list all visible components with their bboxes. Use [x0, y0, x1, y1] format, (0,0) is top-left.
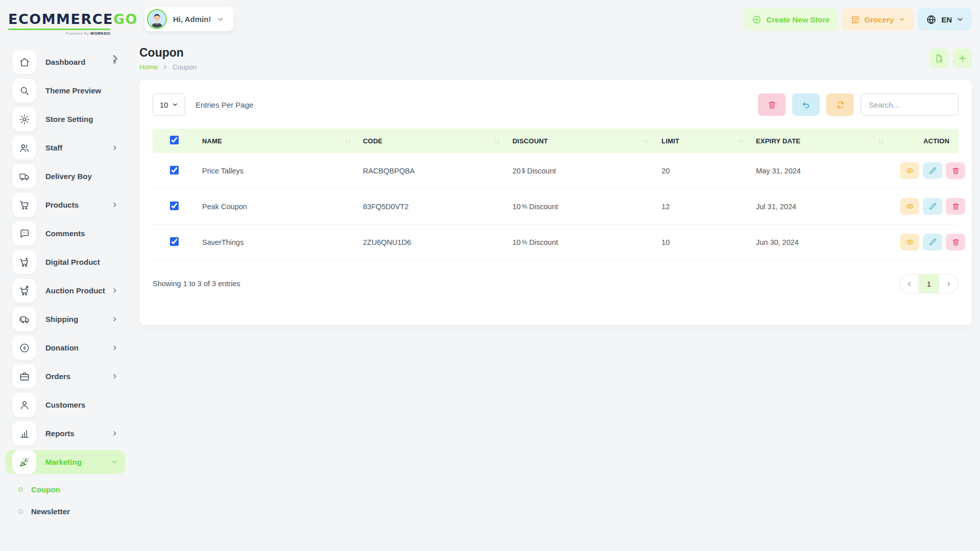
globe-icon: [926, 14, 937, 25]
chat-icon: [12, 221, 36, 245]
page-number-button[interactable]: 1: [919, 274, 939, 293]
pagination: 1: [899, 274, 959, 293]
undo-button[interactable]: [792, 93, 820, 116]
users-icon: [12, 136, 36, 160]
edit-button[interactable]: [923, 198, 942, 215]
party-icon: [12, 450, 36, 474]
cell-code: 83FQ5D0VT2: [357, 189, 506, 224]
sidebar-item-staff[interactable]: Staff: [5, 136, 125, 160]
row-checkbox[interactable]: [170, 166, 179, 174]
sidebar-item-comments[interactable]: Comments: [5, 221, 125, 245]
breadcrumb-home-link[interactable]: Home: [139, 63, 158, 71]
plus-circle-icon: [752, 15, 762, 24]
cell-action: [890, 189, 959, 224]
storefront-icon: [850, 15, 860, 24]
cell-discount: 10%Discount: [506, 189, 655, 224]
next-page-button[interactable]: [939, 274, 958, 293]
brand-name: ECOMMERCEGO: [8, 11, 110, 27]
edit-button[interactable]: [923, 162, 942, 179]
chevron-down-icon: [172, 102, 178, 108]
sidebar-item-donation[interactable]: $Donation: [5, 336, 125, 360]
entries-per-page-select[interactable]: 10: [153, 93, 185, 116]
cart-icon: [12, 193, 36, 217]
search-icon: [12, 79, 36, 103]
row-checkbox[interactable]: [170, 202, 179, 210]
sidebar-item-reports[interactable]: Reports: [5, 421, 125, 445]
cell-limit: 20: [655, 153, 750, 189]
admin-menu[interactable]: Hi, Admin!: [144, 7, 233, 31]
row-checkbox[interactable]: [170, 237, 179, 246]
cell-code: RACBQBPQBA: [357, 153, 506, 189]
topbar: ECOMMERCEGO Powered By WORKDO Hi, Admin!: [0, 0, 980, 40]
discount-symbol: %: [522, 239, 527, 246]
brand-name-accent: GO: [113, 11, 138, 27]
column-header-limit[interactable]: LIMIT↑↓: [655, 129, 750, 153]
page-head-buttons: [929, 48, 972, 68]
delete-button[interactable]: [946, 198, 965, 215]
create-new-store-button[interactable]: Create New Store: [744, 8, 838, 31]
chevron-right-icon: [111, 287, 118, 294]
sidebar-item-delivery-boy[interactable]: Delivery Boy: [5, 164, 125, 188]
sort-icon[interactable]: ↑↓: [738, 138, 744, 144]
store-selector[interactable]: Grocery: [842, 8, 914, 31]
bulk-delete-button[interactable]: [758, 93, 786, 116]
language-label: EN: [941, 15, 952, 24]
entries-per-page-value: 10: [160, 101, 168, 109]
sidebar-item-theme-preview[interactable]: Theme Preview: [5, 79, 125, 103]
sidebar-item-products[interactable]: Products: [5, 193, 125, 217]
cell-expiry-date: Jun 30, 2024: [750, 224, 890, 260]
search-input[interactable]: [861, 93, 959, 116]
truck-fast-icon: [12, 307, 36, 331]
chevron-right-icon: [162, 64, 168, 70]
cell-action: [890, 224, 959, 260]
previous-page-button[interactable]: [900, 274, 919, 293]
sidebar-collapse-toggle[interactable]: [109, 53, 120, 64]
sidebar-item-dashboard[interactable]: Dashboard: [5, 50, 125, 74]
sort-icon[interactable]: ↑↓: [878, 138, 884, 144]
sidebar-item-store-setting[interactable]: Store Setting: [5, 107, 125, 131]
cell-expiry-date: Jul 31, 2024: [750, 189, 890, 224]
table-header-row: NAME↑↓CODE↑↓DISCOUNT↑↓LIMIT↑↓EXPIRY DATE…: [153, 129, 959, 153]
view-button[interactable]: [900, 162, 919, 179]
avatar: [147, 9, 167, 29]
chevron-right-icon: [111, 430, 118, 437]
sidebar-item-shipping[interactable]: Shipping: [5, 307, 125, 331]
page-head: Coupon Home Coupon: [139, 40, 972, 71]
sidebar-item-marketing[interactable]: Marketing: [5, 450, 125, 474]
sidebar-item-auction-product[interactable]: Auction Product: [5, 279, 125, 303]
refresh-button[interactable]: [826, 93, 854, 116]
column-header-expiry-date[interactable]: EXPIRY DATE↑↓: [750, 129, 890, 153]
svg-text:$: $: [23, 345, 26, 350]
create-new-store-label: Create New Store: [766, 15, 829, 24]
sidebar-subitem-coupon[interactable]: Coupon: [5, 479, 125, 500]
language-selector[interactable]: EN: [918, 8, 972, 31]
breadcrumb-current: Coupon: [173, 63, 197, 71]
sort-icon[interactable]: ↑↓: [644, 138, 649, 144]
sort-icon[interactable]: ↑↓: [495, 138, 500, 144]
sidebar-item-digital-product[interactable]: Digital Product: [5, 250, 125, 274]
user-icon: [12, 393, 36, 417]
chevron-right-icon: [111, 344, 118, 351]
sidebar-item-customers[interactable]: Customers: [5, 393, 125, 417]
view-button[interactable]: [900, 234, 919, 251]
sidebar-subitem-newsletter[interactable]: Newsletter: [5, 500, 125, 522]
cart-plus-icon: [12, 250, 36, 274]
sidebar-item-orders[interactable]: Orders: [5, 364, 125, 388]
column-header-action: ACTION: [890, 129, 959, 153]
view-button[interactable]: [900, 198, 919, 215]
delete-button[interactable]: [946, 162, 965, 179]
chevron-down-icon: [957, 16, 964, 23]
delete-button[interactable]: [946, 234, 965, 251]
add-coupon-button[interactable]: [952, 48, 972, 68]
cell-code: 2ZU6QNU1D6: [357, 224, 506, 260]
export-button[interactable]: [929, 48, 948, 68]
column-header-code[interactable]: CODE↑↓: [357, 129, 506, 153]
breadcrumb: Home Coupon: [139, 63, 197, 71]
column-header-name[interactable]: NAME↑↓: [196, 129, 357, 153]
select-all-checkbox[interactable]: [170, 136, 179, 144]
chevron-down-icon: [111, 459, 118, 465]
edit-button[interactable]: [923, 234, 942, 251]
sort-icon[interactable]: ↑↓: [345, 138, 351, 144]
column-header-discount[interactable]: DISCOUNT↑↓: [506, 129, 655, 153]
chevron-right-icon: [111, 373, 118, 380]
